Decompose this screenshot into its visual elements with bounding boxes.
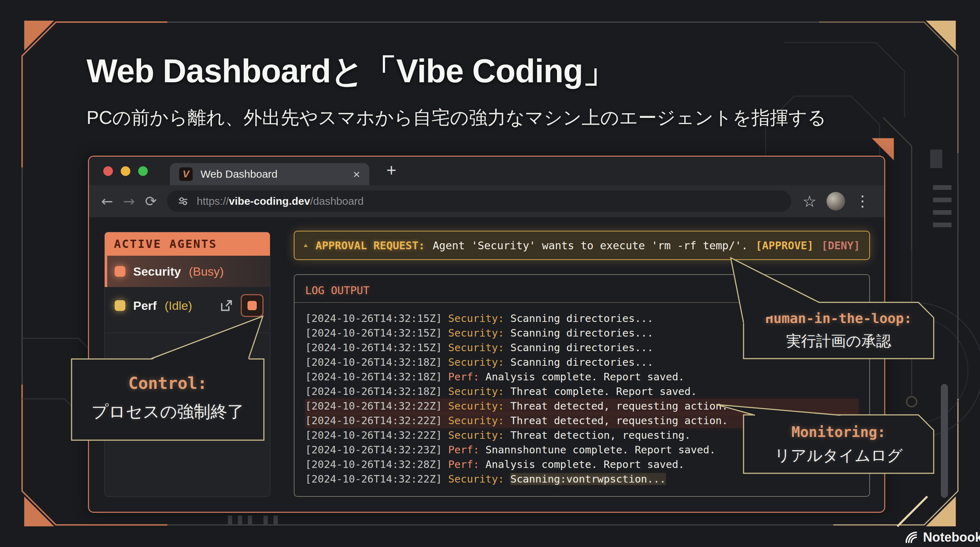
log-timestamp: [2024-10-26T14:32:18Z] <box>305 356 442 368</box>
log-agent-label: Security: <box>448 473 504 485</box>
log-agent-label: Perf: <box>448 371 479 383</box>
log-message: Scanning directories... <box>510 342 654 354</box>
log-timestamp: [2024-10-26T14:32:22Z] <box>305 429 442 441</box>
callout-human-in-the-loop: Human-in-the-loop: 実行計画の承認 <box>743 301 935 360</box>
log-message: Snannshontune complete. Report saved. <box>485 444 716 456</box>
log-message: Scanning directories... <box>510 356 654 368</box>
log-agent-label: Perf: <box>448 458 479 471</box>
log-message: Scanning directories... <box>510 312 654 324</box>
back-icon[interactable]: ← <box>101 193 113 209</box>
slide-subtitle: PCの前から離れ、外出先やスマホから自宅の強力なマシン上のエージェントを指揮する <box>86 105 827 130</box>
log-agent-label: Security: <box>448 356 504 368</box>
callout-control-title: Control: <box>70 374 265 393</box>
log-message: Scanning:vontrwpsction... <box>510 473 666 485</box>
callout-monitor-body: リアルタイムログ <box>743 445 935 466</box>
site-settings-icon[interactable] <box>177 195 189 207</box>
log-output-header: LOG OUTPUT <box>294 275 869 302</box>
approval-message: Agent 'Security' wants to execute 'rm -r… <box>433 239 748 252</box>
url-host: vibe-coding.dev <box>229 195 310 207</box>
log-message: Threat detected, requesting action. <box>510 400 728 412</box>
warning-icon <box>304 238 308 253</box>
log-line: [2024-10-26T14:32:18Z] Perf: Analysis co… <box>305 370 859 384</box>
agent-row-perf[interactable]: Perf(Idle) <box>105 287 270 324</box>
slide: Web Dashboardと「Vibe Coding」 PCの前から離れ、外出先… <box>0 0 980 547</box>
log-agent-label: Perf: <box>448 444 479 456</box>
log-message: Threat complete. Report saved. <box>510 385 697 398</box>
address-bar[interactable]: https://vibe-coding.dev/dashboard <box>167 191 791 212</box>
callout-control-body: プロセスの強制終了 <box>70 401 265 423</box>
notebooklm-watermark: NotebookLM <box>904 530 980 545</box>
agent-name: Perf <box>133 299 157 313</box>
log-timestamp: [2024-10-26T14:32:15Z] <box>305 342 442 354</box>
forward-icon[interactable]: → <box>123 193 135 209</box>
url-path: /dashboard <box>310 195 364 207</box>
callout-control: Control: プロセスの強制終了 <box>70 358 265 441</box>
agent-status-dot <box>115 300 125 311</box>
log-message: Analysis complete. Report saved. <box>485 458 684 471</box>
log-agent-label: Security: <box>448 327 504 339</box>
agent-row-security[interactable]: Security(Busy) <box>105 256 270 287</box>
tab-title: Web Dashboard <box>200 168 348 180</box>
open-external-icon[interactable] <box>220 299 234 313</box>
log-message: Threat detection, requesting. <box>510 429 690 441</box>
log-agent-label: Security: <box>448 342 504 354</box>
sidebar-divider <box>105 332 270 333</box>
slide-title: Web Dashboardと「Vibe Coding」 <box>86 49 615 93</box>
agent-list: Security(Busy)Perf(Idle) <box>105 256 270 324</box>
notebooklm-logo-icon <box>904 530 919 545</box>
url-scheme: https:// <box>197 195 229 207</box>
tab-favicon-icon: V <box>179 167 192 181</box>
log-timestamp: [2024-10-26T14:32:22Z] <box>305 415 442 427</box>
reload-icon[interactable]: ⟳ <box>145 193 157 209</box>
log-timestamp: [2024-10-26T14:32:18Z] <box>305 371 442 383</box>
active-agents-header: ACTIVE AGENTS <box>105 232 270 256</box>
callout-hitl-title: Human-in-the-loop: <box>743 310 935 326</box>
browser-tab[interactable]: V Web Dashboard × <box>170 163 369 185</box>
callout-monitor-title: Monitoring: <box>743 424 935 440</box>
approval-request-banner: APPROVAL REQUEST: Agent 'Security' wants… <box>294 231 870 260</box>
log-agent-label: Security: <box>448 429 504 441</box>
log-message: Threat detected, requesting action. <box>510 415 728 427</box>
window-controls <box>103 166 148 176</box>
approval-label: APPROVAL REQUEST: <box>315 239 425 252</box>
log-agent-label: Security: <box>448 400 504 412</box>
watermark-text: NotebookLM <box>923 530 980 545</box>
window-maximize-button[interactable] <box>138 166 148 176</box>
log-timestamp: [2024-10-26T14:32:15Z] <box>305 327 442 339</box>
log-agent-label: Security: <box>448 312 504 324</box>
new-tab-button[interactable]: + <box>387 160 396 180</box>
log-timestamp: [2024-10-26T14:32:23Z] <box>305 444 442 456</box>
log-timestamp: [2024-10-26T14:32:28Z] <box>305 458 442 471</box>
log-message: Scanning directories... <box>510 327 654 339</box>
browser-tabstrip: V Web Dashboard × + <box>89 157 884 185</box>
log-agent-label: Security: <box>448 385 504 398</box>
log-line: [2024-10-26T14:32:22Z] Security: Threat … <box>305 399 859 413</box>
log-timestamp: [2024-10-26T14:32:22Z] <box>305 473 442 485</box>
log-timestamp: [2024-10-26T14:32:15Z] <box>305 312 442 324</box>
agent-name: Security <box>133 265 181 278</box>
window-close-button[interactable] <box>103 166 113 176</box>
callout-hitl-body: 実行計画の承認 <box>743 331 935 351</box>
browser-menu-icon[interactable]: ⋮ <box>855 194 870 209</box>
profile-avatar[interactable] <box>827 192 845 210</box>
agent-controls <box>220 294 264 317</box>
stop-icon <box>248 301 257 310</box>
log-timestamp: [2024-10-26T14:32:18Z] <box>305 385 442 398</box>
agent-status-dot <box>115 266 125 277</box>
url-text: https://vibe-coding.dev/dashboard <box>197 195 364 207</box>
callout-monitoring: Monitoring: リアルタイムログ <box>743 414 935 474</box>
log-timestamp: [2024-10-26T14:32:22Z] <box>305 400 442 412</box>
tab-close-icon[interactable]: × <box>353 167 360 181</box>
agent-status: (Idle) <box>164 299 192 313</box>
log-agent-label: Security: <box>448 415 504 427</box>
bookmark-star-icon[interactable]: ☆ <box>803 192 816 210</box>
deny-button[interactable]: [DENY] <box>821 239 860 252</box>
log-line: [2024-10-26T14:32:18Z] Security: Threat … <box>305 384 859 399</box>
browser-toolbar: ← → ⟳ https://vibe-coding.dev/dashboard … <box>89 185 884 217</box>
stop-agent-button[interactable] <box>241 294 264 317</box>
approve-button[interactable]: [APPROVE] <box>756 239 814 252</box>
window-minimize-button[interactable] <box>121 166 130 176</box>
log-message: Analysis complete. Report saved. <box>485 371 684 383</box>
agent-status: (Busy) <box>189 265 224 278</box>
